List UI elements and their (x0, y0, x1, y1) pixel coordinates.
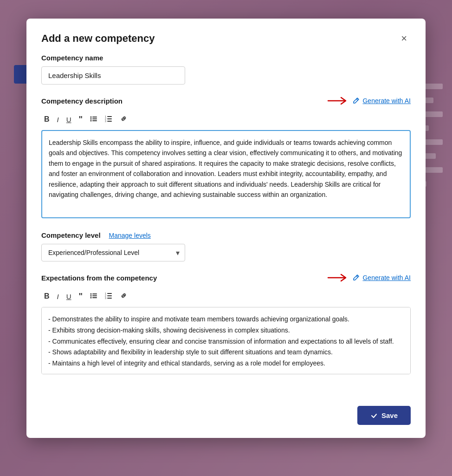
svg-point-2 (90, 120, 92, 122)
red-arrow-expectations (327, 273, 350, 283)
svg-rect-21 (107, 293, 112, 294)
level-select[interactable]: Entry Level Intermediate Level Experienc… (41, 244, 185, 261)
svg-point-12 (90, 293, 92, 295)
svg-rect-3 (92, 117, 97, 117)
description-generate-group: Generate with AI (327, 96, 411, 106)
pen-icon-expectations (352, 274, 360, 281)
link-button-description[interactable] (117, 113, 130, 125)
modal-footer: Save (26, 398, 426, 438)
level-label: Competency level (41, 231, 101, 239)
underline-button-expectations[interactable]: U (64, 291, 74, 302)
underline-button-description[interactable]: U (64, 114, 74, 125)
description-textarea[interactable]: Leadership Skills encompass the ability … (41, 130, 411, 218)
svg-point-1 (90, 118, 92, 120)
svg-rect-11 (107, 121, 112, 122)
svg-rect-23 (107, 298, 112, 299)
expectations-toolbar: B I U " 123 (41, 287, 411, 305)
description-toolbar: B I U " 123 (41, 111, 411, 128)
svg-rect-10 (107, 118, 112, 119)
competency-name-section: Competency name (41, 54, 411, 85)
expectations-section: Expectations from the competency (41, 273, 411, 376)
save-button[interactable]: Save (357, 406, 411, 425)
description-header-row: Competency description (41, 96, 411, 106)
check-icon (370, 412, 378, 419)
red-arrow-description (327, 96, 350, 106)
svg-rect-4 (92, 118, 97, 119)
svg-text:3: 3 (105, 120, 106, 123)
description-label: Competency description (41, 97, 123, 105)
expectations-textarea[interactable]: - Demonstrates the ability to inspire an… (41, 307, 411, 374)
svg-point-14 (90, 297, 92, 299)
bold-button-expectations[interactable]: B (41, 291, 52, 302)
generate-ai-expectations-button[interactable]: Generate with AI (352, 274, 411, 281)
link-button-expectations[interactable] (117, 290, 130, 302)
modal-title: Add a new competency (41, 33, 155, 45)
svg-rect-16 (92, 295, 97, 296)
italic-button-description[interactable]: I (54, 114, 62, 125)
expectations-header-row: Expectations from the competency (41, 273, 411, 283)
svg-rect-15 (92, 293, 97, 294)
competency-level-section: Competency level Manage levels Entry Lev… (41, 231, 411, 261)
expectations-generate-group: Generate with AI (327, 273, 411, 283)
quote-button-description[interactable]: " (76, 113, 86, 125)
close-button[interactable]: × (397, 32, 411, 46)
svg-point-0 (90, 117, 92, 118)
svg-rect-9 (107, 116, 112, 117)
svg-point-13 (90, 295, 92, 297)
modal-header: Add a new competency × (26, 19, 426, 54)
svg-rect-5 (92, 120, 97, 121)
generate-ai-description-button[interactable]: Generate with AI (352, 97, 411, 104)
numbered-list-button-description[interactable]: 123 (102, 113, 115, 125)
numbered-list-button-expectations[interactable]: 123 (102, 290, 115, 302)
quote-button-expectations[interactable]: " (76, 290, 86, 302)
bullet-list-button-description[interactable] (87, 113, 100, 125)
competency-name-input[interactable] (41, 66, 185, 85)
competency-description-section: Competency description (41, 96, 411, 220)
italic-button-expectations[interactable]: I (54, 291, 62, 302)
competency-name-label: Competency name (41, 54, 411, 62)
svg-rect-17 (92, 297, 97, 298)
expectations-label: Expectations from the competency (41, 274, 157, 282)
svg-text:3: 3 (105, 297, 106, 300)
manage-levels-button[interactable]: Manage levels (109, 232, 151, 239)
level-select-wrapper: Entry Level Intermediate Level Experienc… (41, 244, 185, 261)
level-label-row: Competency level Manage levels (41, 231, 411, 239)
bullet-list-button-expectations[interactable] (87, 290, 100, 302)
bold-button-description[interactable]: B (41, 114, 52, 125)
add-competency-modal: Add a new competency × Competency name C… (26, 19, 426, 438)
modal-body: Competency name Competency description (26, 54, 426, 398)
pen-icon-description (352, 97, 360, 104)
svg-rect-22 (107, 295, 112, 296)
